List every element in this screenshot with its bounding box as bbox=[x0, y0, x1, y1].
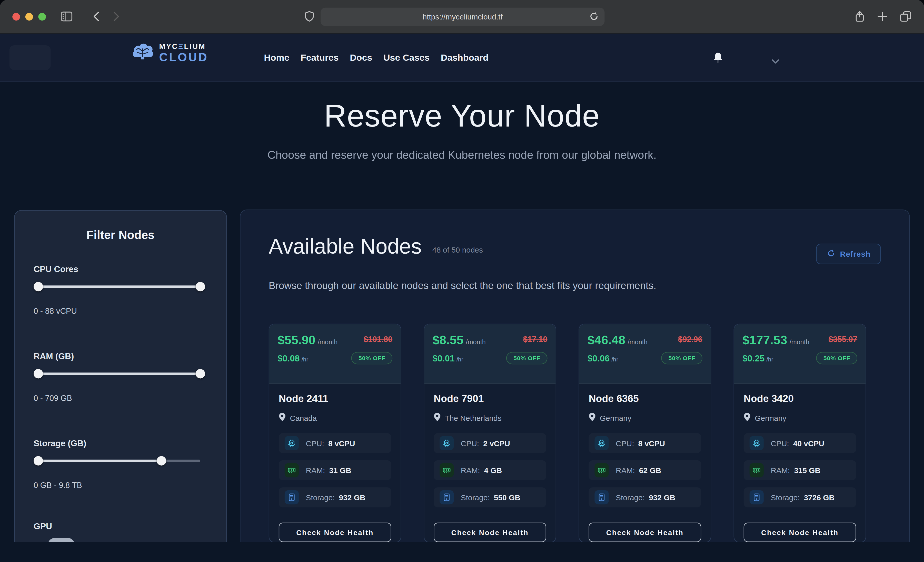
monthly-price: $8.55/month bbox=[433, 333, 486, 347]
slider-fill bbox=[38, 285, 200, 288]
back-icon[interactable] bbox=[93, 11, 100, 22]
range-slider[interactable] bbox=[34, 456, 205, 466]
url-bar[interactable]: https://myceliumcloud.tf bbox=[321, 8, 604, 26]
hero-section: Reserve Your Node Choose and reserve you… bbox=[0, 82, 924, 161]
check-node-health-button[interactable]: Check Node Health bbox=[279, 523, 392, 542]
spec-value: 8 vCPU bbox=[638, 439, 665, 447]
nav-link-use-cases[interactable]: Use Cases bbox=[383, 52, 429, 63]
node-card-node-3420[interactable]: $177.53/month $355.07 $0.25/hr 50% OFF N… bbox=[734, 324, 866, 542]
cpu-chip-icon bbox=[440, 436, 454, 450]
mycelium-brain-icon bbox=[131, 42, 154, 64]
spec-value: 3726 GB bbox=[804, 493, 834, 502]
spec-value: 8 vCPU bbox=[328, 439, 355, 447]
node-card-node-2411[interactable]: $55.90/month $101.80 $0.08/hr 50% OFF No… bbox=[269, 324, 401, 542]
hourly-price: $0.08/hr bbox=[278, 353, 308, 363]
original-price: $17.10 bbox=[523, 335, 548, 344]
spec-row-ram: RAM: 31 GB bbox=[279, 460, 392, 480]
spec-label: Storage: bbox=[461, 493, 490, 502]
node-card-body: Node 3420 Germany CPU: 40 vCPU bbox=[734, 384, 866, 542]
check-node-health-button[interactable]: Check Node Health bbox=[434, 523, 546, 542]
node-name: Node 6365 bbox=[588, 393, 701, 405]
slider-handle-min[interactable] bbox=[34, 369, 43, 378]
spec-row-storage: Storage: 932 GB bbox=[588, 487, 701, 507]
monthly-price: $55.90/month bbox=[278, 333, 338, 347]
discount-badge: 50% OFF bbox=[507, 352, 548, 364]
zoom-button[interactable] bbox=[38, 13, 46, 21]
filter-panel-title: Filter Nodes bbox=[15, 229, 226, 242]
slider-handle-max[interactable] bbox=[157, 456, 166, 466]
spec-value: 31 GB bbox=[329, 466, 351, 475]
spec-row-ram: RAM: 4 GB bbox=[434, 460, 546, 480]
node-card-pricing: $177.53/month $355.07 $0.25/hr 50% OFF bbox=[734, 324, 866, 384]
ram-chip-icon bbox=[594, 463, 609, 477]
spec-row-ram: RAM: 62 GB bbox=[588, 460, 701, 480]
nav-link-dashboard[interactable]: Dashboard bbox=[441, 52, 489, 63]
gpu-filter-label: GPU bbox=[34, 522, 52, 531]
refresh-button[interactable]: Refresh bbox=[816, 244, 881, 264]
minimize-button[interactable] bbox=[26, 13, 33, 21]
filter-panel: Filter Nodes CPU Cores 0 - 88 vCPU RAM (… bbox=[14, 210, 227, 542]
gpu-toggle[interactable] bbox=[48, 538, 75, 542]
location-pin-icon bbox=[588, 413, 596, 424]
share-icon[interactable] bbox=[855, 10, 865, 22]
nav-link-features[interactable]: Features bbox=[301, 52, 339, 63]
url-text: https://myceliumcloud.tf bbox=[423, 12, 502, 21]
brand-logo[interactable]: MYCΞLIUM CLOUD bbox=[131, 42, 208, 64]
ram-chip-icon bbox=[750, 463, 764, 477]
node-cards-row: $55.90/month $101.80 $0.08/hr 50% OFF No… bbox=[269, 324, 866, 542]
close-button[interactable] bbox=[12, 13, 20, 21]
node-card-node-6365[interactable]: $46.48/month $92.96 $0.06/hr 50% OFF Nod… bbox=[579, 324, 711, 542]
cpu-chip-icon bbox=[594, 436, 609, 450]
chevron-down-icon[interactable] bbox=[772, 56, 779, 66]
reload-icon[interactable] bbox=[588, 11, 599, 24]
nodes-title-row: Available Nodes 48 of 50 nodes bbox=[269, 235, 483, 258]
tabs-overview-icon[interactable] bbox=[900, 11, 912, 22]
spec-label: Storage: bbox=[306, 493, 335, 502]
storage-drive-icon bbox=[750, 490, 764, 504]
node-card-node-7901[interactable]: $8.55/month $17.10 $0.01/hr 50% OFF Node… bbox=[424, 324, 556, 542]
range-slider[interactable] bbox=[34, 369, 205, 378]
node-specs: CPU: 8 vCPU RAM: 62 GB Storage: 932 GB bbox=[588, 433, 701, 507]
cpu-chip-icon bbox=[285, 436, 299, 450]
spec-label: RAM: bbox=[461, 466, 480, 475]
node-card-body: Node 7901 The Netherlands CPU: 2 vCPU bbox=[424, 384, 555, 542]
spec-row-cpu: CPU: 8 vCPU bbox=[279, 433, 392, 453]
spec-label: CPU: bbox=[616, 439, 634, 447]
sidebar-toggle-icon[interactable] bbox=[61, 12, 73, 21]
slider-handle-min[interactable] bbox=[34, 282, 43, 291]
shield-icon[interactable] bbox=[304, 11, 315, 22]
spec-row-cpu: CPU: 40 vCPU bbox=[744, 433, 856, 453]
spec-row-cpu: CPU: 2 vCPU bbox=[434, 433, 546, 453]
spec-value: 4 GB bbox=[484, 466, 502, 475]
spec-row-storage: Storage: 3726 GB bbox=[744, 487, 856, 507]
spec-value: 2 vCPU bbox=[483, 439, 510, 447]
check-node-health-button[interactable]: Check Node Health bbox=[588, 523, 701, 542]
ram-chip-icon bbox=[285, 463, 299, 477]
range-slider[interactable] bbox=[34, 282, 205, 291]
filter-label: RAM (GB) bbox=[34, 351, 205, 361]
spec-value: 932 GB bbox=[339, 493, 366, 502]
storage-drive-icon bbox=[440, 490, 454, 504]
new-tab-icon[interactable] bbox=[878, 12, 887, 21]
node-card-body: Node 6365 Germany CPU: 8 vCPU bbox=[579, 384, 711, 542]
check-node-health-button[interactable]: Check Node Health bbox=[744, 523, 856, 542]
nav-link-home[interactable]: Home bbox=[264, 52, 289, 63]
node-card-pricing: $55.90/month $101.80 $0.08/hr 50% OFF bbox=[269, 324, 400, 384]
spec-label: Storage: bbox=[771, 493, 800, 502]
filter-group-storage-gb: Storage (GB) 0 GB - 9.8 TB bbox=[34, 438, 205, 490]
brand-line2: CLOUD bbox=[159, 51, 208, 63]
spec-label: CPU: bbox=[461, 439, 479, 447]
slider-handle-max[interactable] bbox=[196, 282, 205, 291]
slider-handle-max[interactable] bbox=[196, 369, 205, 378]
browser-chrome: https://myceliumcloud.tf bbox=[0, 0, 924, 34]
filter-group-ram-gb: RAM (GB) 0 - 709 GB bbox=[34, 351, 205, 403]
nav-links: HomeFeaturesDocsUse CasesDashboard bbox=[264, 34, 488, 82]
location-pin-icon bbox=[434, 413, 441, 424]
spec-value: 62 GB bbox=[639, 466, 661, 475]
slider-handle-min[interactable] bbox=[34, 456, 43, 466]
forward-icon[interactable] bbox=[113, 11, 120, 22]
nav-link-docs[interactable]: Docs bbox=[350, 52, 372, 63]
spec-value: 550 GB bbox=[494, 493, 520, 502]
bell-icon[interactable] bbox=[712, 52, 724, 67]
node-location: Germany bbox=[744, 413, 856, 424]
